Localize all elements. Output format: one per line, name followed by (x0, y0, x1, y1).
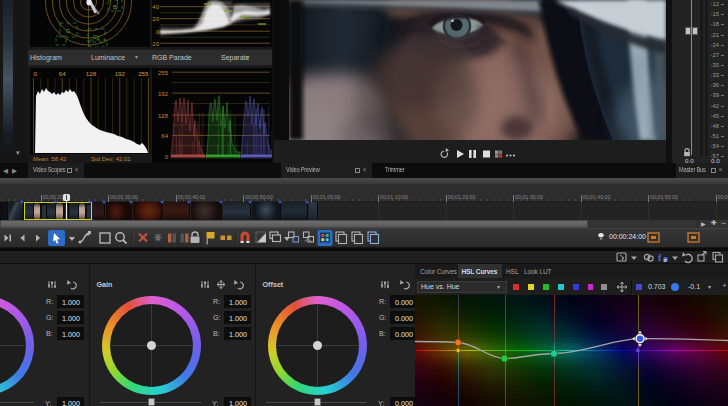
svg-text:64: 64 (59, 70, 66, 77)
svg-text:255: 255 (138, 70, 149, 77)
svg-text:0: 0 (165, 154, 169, 160)
svg-text:B: B (113, 4, 117, 10)
svg-text:64: 64 (161, 133, 168, 139)
svg-text:192: 192 (158, 91, 169, 97)
svg-text:128: 128 (158, 113, 169, 119)
svg-text:192: 192 (115, 70, 126, 77)
svg-text:-20: -20 (152, 41, 160, 47)
svg-text:G: G (66, 28, 70, 34)
svg-text:128: 128 (86, 70, 97, 77)
svg-text:40: 40 (152, 4, 159, 10)
svg-text:255: 255 (158, 70, 169, 76)
svg-text:0: 0 (34, 70, 38, 77)
svg-text:Cy: Cy (93, 34, 100, 40)
svg-text:o: o (664, 257, 667, 263)
svg-text:0: 0 (156, 29, 160, 35)
svg-text:20: 20 (152, 16, 159, 22)
svg-text:f: f (658, 252, 662, 263)
